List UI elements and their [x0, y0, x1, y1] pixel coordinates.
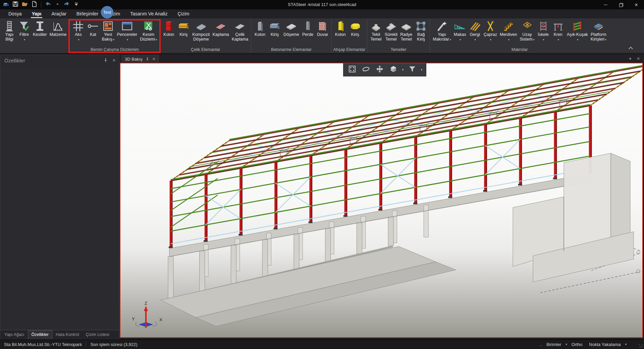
status-nokta-yakalama[interactable]: Nokta Yakalama: [587, 342, 623, 347]
ribbon-button-genel-yapi-bilgi[interactable]: YapıBilgi: [2, 19, 16, 42]
qat-save-button[interactable]: [12, 1, 19, 8]
ribbon-button-temeller-tekil-temel[interactable]: TekilTemel: [369, 19, 383, 42]
ribbon-button-benim-calisma-duzlemim-kat[interactable]: Kat: [86, 19, 100, 37]
ribbon-button-ahsap-elemanlar-kiris[interactable]: Kiriş: [348, 19, 362, 37]
ribbon-button-label: Kaplama: [232, 37, 248, 42]
new-view-icon: [102, 20, 114, 32]
menu-araclar-2[interactable]: Araçlar: [46, 9, 71, 18]
ribbon-button-betonarme-elemanlar-doseme[interactable]: Döşeme: [282, 19, 300, 37]
label-text: Yeni: [104, 32, 112, 37]
ribbon-button-benim-calisma-duzlemim-aks[interactable]: Aks▾: [71, 19, 85, 42]
ribbon-button-celik-elemanlar-kiris[interactable]: Kiriş: [176, 19, 191, 37]
ribbon-button-genel-filtre[interactable]: Filtre▾: [17, 19, 31, 42]
ribbon-button-temeller-radye-temel[interactable]: RadyeTemel: [399, 19, 413, 42]
ribbon-group-buttons: YapıBilgiFiltre▾KesitlerMalzeme: [2, 19, 67, 47]
chevron-down-icon: ▾: [156, 38, 157, 41]
tab-close-icon[interactable]: ✕: [152, 57, 156, 61]
viewport-zoom-extents-button[interactable]: [346, 64, 359, 75]
label-text: Düzlemi: [140, 37, 155, 42]
ribbon-button-celik-elemanlar-celik-kaplama[interactable]: ÇelikKaplama: [231, 19, 249, 42]
label-text: Döşeme: [193, 37, 209, 42]
ribbon-button-benim-calisma-duzlemim-yeni-bakis[interactable]: YeniBakış▾: [101, 19, 115, 42]
restore-button[interactable]: [613, 0, 629, 9]
ribbon-button-celik-elemanlar-kolon[interactable]: Kolon: [162, 19, 176, 37]
viewport-orbit-button[interactable]: [360, 64, 372, 75]
viewport-pan-button[interactable]: [373, 64, 386, 75]
windows-icon: [121, 20, 133, 32]
qat-new-file-button[interactable]: [31, 1, 38, 8]
ribbon-button-temeller-bag-kiris[interactable]: BağKiriş: [414, 19, 428, 42]
status-birimler[interactable]: Birimler: [544, 342, 564, 347]
pin-icon[interactable]: [146, 57, 149, 61]
level-icon: [87, 20, 99, 32]
label-text: Bağ: [417, 32, 425, 37]
menu-cizim-6[interactable]: Çizim: [172, 9, 194, 18]
ribbon-button-betonarme-elemanlar-kolon[interactable]: Kolon: [253, 19, 267, 37]
panel-tab-hata-kontrol[interactable]: Hata Kontrol: [52, 331, 82, 339]
tab-list-dropdown-icon[interactable]: ▾: [629, 56, 631, 61]
ribbon-button-benim-calisma-duzlemim-pencereler[interactable]: Pencereler▾: [116, 19, 138, 42]
minimize-button[interactable]: [598, 0, 613, 9]
ribbon-button-makrolar-uzay-sistem[interactable]: UzaySistem▾: [519, 19, 535, 42]
ribbon-button-makrolar-gergi[interactable]: Gergi▾: [468, 19, 482, 42]
label-text: Gergi: [470, 32, 480, 37]
close-button[interactable]: ✕: [629, 0, 644, 9]
qat-caret-button[interactable]: [54, 1, 61, 8]
axis-triad: Z Y X: [129, 301, 164, 330]
chevron-down-icon[interactable]: ▾: [625, 343, 627, 346]
panel-tab-yapi-agaci[interactable]: Yapı Ağacı: [1, 331, 28, 339]
ribbon-group-buttons: KolonKirişDöşemePerdeDuvar: [253, 19, 330, 47]
qat-open-folder-button[interactable]: [21, 1, 28, 8]
ribbon-button-makrolar-merdiven[interactable]: Merdiven▾: [499, 19, 518, 42]
pin-icon[interactable]: [104, 58, 108, 63]
axis-x-label: X: [159, 317, 162, 322]
chevron-down-icon[interactable]: ▾: [566, 343, 567, 346]
ribbon-button-benim-calisma-duzlemim-kesim-duzlemi[interactable]: KesimDüzlemi▾: [139, 19, 158, 42]
ribbon-button-genel-malzeme[interactable]: Malzeme: [49, 19, 68, 37]
tabbar-close-icon[interactable]: ✕: [637, 56, 640, 61]
panel-close-icon[interactable]: ✕: [112, 58, 116, 63]
ribbon-button-makrolar-capraz[interactable]: Çapraz▾: [483, 19, 498, 42]
ribbon-button-makrolar-iskele[interactable]: İskele▾: [536, 19, 550, 42]
window-controls: ✕: [598, 0, 644, 9]
viewport-3d[interactable]: ▾▾ Z Y X: [120, 63, 643, 338]
ribbon-button-temeller-surekli-temel[interactable]: SürekliTemel: [384, 19, 398, 42]
ribbon-button-makrolar-kren[interactable]: Kren▾: [551, 19, 565, 42]
resize-grip[interactable]: [639, 344, 642, 347]
ribbon-button-makrolar-asik-kusak[interactable]: Aşık-Kuşak▾: [566, 19, 589, 42]
ribbon-button-celik-elemanlar-kompozit-doseme[interactable]: KompozitDöşeme: [191, 19, 211, 42]
menu-yapi-1[interactable]: Yapı: [27, 9, 47, 18]
panel-tab-ozellikler[interactable]: Özellikler: [28, 330, 52, 339]
zoom-extents-icon: [348, 65, 356, 74]
ribbon-button-makrolar-makas[interactable]: Makas▾: [453, 19, 467, 42]
chevron-down-icon: ▾: [78, 38, 79, 41]
menu-tasarim-ve-analiz-5[interactable]: Tasarım Ve Analiz: [125, 9, 172, 18]
ribbon-button-genel-kesitler[interactable]: Kesitler: [32, 19, 48, 37]
ribbon-group-caption: Ahşap Elemanlar: [333, 47, 365, 53]
ribbon-button-makrolar-platform-kirisleri[interactable]: PlatformKirişleri▾: [590, 19, 607, 42]
ribbon-collapse-button[interactable]: [628, 46, 633, 50]
qat-customize-button[interactable]: [73, 1, 79, 8]
ribbon-button-celik-elemanlar-kaplama[interactable]: Kaplama: [211, 19, 230, 37]
qat-app-logo-button[interactable]: [3, 1, 9, 8]
titlebar: STASteel -kristal 117 son.steel4cad ✕: [0, 0, 644, 9]
label-text: Kiriş: [271, 32, 279, 37]
panel-tab-cizim-listesi[interactable]: Çizim Listesi: [82, 331, 112, 339]
concrete-beam-icon: [269, 20, 281, 32]
status-ortho[interactable]: Ortho: [569, 342, 585, 347]
menu-dosya-0[interactable]: Dosya: [3, 9, 27, 18]
qat-undo-button[interactable]: [45, 1, 51, 8]
ribbon-button-makrolar-yapi-makrolar[interactable]: YapıMakrolar▾: [432, 19, 452, 42]
ribbon-button-ahsap-elemanlar-kolon[interactable]: Kolon: [333, 19, 347, 37]
menu-birlesimler-3[interactable]: Birleşimler: [71, 9, 103, 18]
chevron-down-icon[interactable]: ▾: [420, 68, 424, 71]
viewport-view-cube-button[interactable]: [387, 64, 400, 75]
new-file-icon: [31, 1, 37, 8]
ribbon-button-betonarme-elemanlar-duvar[interactable]: Duvar: [316, 19, 330, 37]
qat-redo-button[interactable]: [63, 1, 70, 8]
ribbon-button-betonarme-elemanlar-kiris[interactable]: Kiriş: [268, 19, 282, 37]
chevron-down-icon[interactable]: ▾: [401, 68, 405, 71]
ribbon-button-betonarme-elemanlar-perde[interactable]: Perde: [301, 19, 315, 37]
tab-3d-bakis[interactable]: 3D Bakış ✕: [121, 55, 159, 63]
viewport-filter-button[interactable]: [406, 64, 419, 75]
